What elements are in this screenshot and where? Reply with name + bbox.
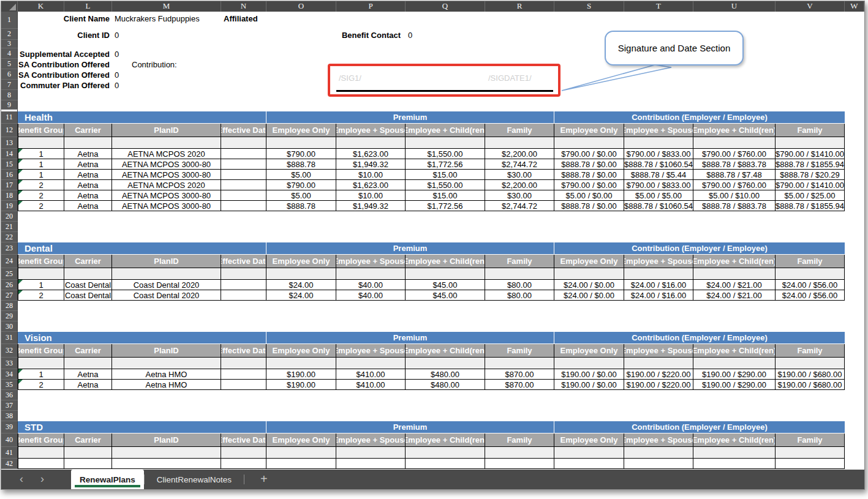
row-number-4[interactable]: 4 xyxy=(1,48,18,59)
cell[interactable]: $24.00 / $21.00 xyxy=(693,290,776,301)
cell[interactable] xyxy=(221,369,266,380)
contribution-label[interactable]: Contribution: xyxy=(132,60,177,69)
cell[interactable]: $888.78 xyxy=(266,159,336,170)
cell[interactable] xyxy=(221,380,266,390)
column-header-cell[interactable]: Employee + Child(ren) xyxy=(693,124,776,137)
column-header-cell[interactable]: Family xyxy=(776,255,845,268)
column-header-R[interactable]: R xyxy=(485,1,554,12)
cell[interactable] xyxy=(221,290,266,301)
cell[interactable] xyxy=(693,447,776,459)
row-number-15[interactable]: 15 xyxy=(1,159,18,170)
row-number-17[interactable]: 17 xyxy=(1,180,18,190)
cell[interactable]: AETNA MCPOS 3000-80 xyxy=(112,159,221,170)
column-header-L[interactable]: L xyxy=(64,1,112,12)
cell[interactable] xyxy=(266,358,336,369)
benefit-contact-value[interactable]: 0 xyxy=(408,31,412,40)
row-number-42[interactable]: 42 xyxy=(1,459,18,469)
cell[interactable]: AETNA MCPOS 3000-80 xyxy=(112,201,221,211)
cell[interactable]: $24.00 / $16.00 xyxy=(624,290,693,301)
cell[interactable] xyxy=(266,459,336,469)
cell[interactable] xyxy=(624,358,693,369)
cell[interactable]: $24.00 / $56.00 xyxy=(776,280,845,290)
client-id-label[interactable]: Client ID xyxy=(18,31,110,40)
signature-highlight-box[interactable]: /SIG1/ /SIGDATE1/ xyxy=(328,64,560,97)
column-header-cell[interactable]: Employee Only xyxy=(554,433,624,447)
cell[interactable]: $870.00 xyxy=(485,369,554,380)
premium-header[interactable]: Premium xyxy=(266,111,554,124)
column-header-cell[interactable]: PlanID xyxy=(112,344,221,358)
commuter-plan-offered-label[interactable]: Commuter Plan Offered xyxy=(18,81,110,90)
supplemental-accepted-label[interactable]: Supplemental Accepted xyxy=(18,50,110,59)
cell[interactable]: $190.00 xyxy=(266,369,336,380)
cell[interactable]: Aetna xyxy=(64,369,112,380)
cell[interactable]: Aetna xyxy=(64,159,112,170)
premium-header[interactable]: Premium xyxy=(266,421,554,433)
cell[interactable]: $5.00 / $10.00 xyxy=(693,190,776,201)
column-header-U[interactable]: U xyxy=(693,1,776,12)
cell[interactable] xyxy=(266,447,336,459)
cell[interactable]: $190.00 / $0.00 xyxy=(554,380,624,390)
cell[interactable] xyxy=(221,149,266,159)
cell[interactable] xyxy=(112,447,221,459)
column-header-cell[interactable]: Employee Only xyxy=(266,433,336,447)
row-number-1[interactable]: 1 xyxy=(1,12,18,29)
cell[interactable] xyxy=(266,268,336,280)
column-header-cell[interactable]: Employee + Spouse xyxy=(624,344,693,358)
cell[interactable]: $888.78 / $5.44 xyxy=(624,170,693,180)
row-number-8[interactable]: 8 xyxy=(1,90,18,100)
column-header-cell[interactable]: Carrier xyxy=(64,433,112,447)
column-header-K[interactable]: K xyxy=(18,1,64,12)
column-header-cell[interactable]: Family xyxy=(776,344,845,358)
row-number-40[interactable]: 40 xyxy=(1,433,18,447)
cell[interactable]: $888.78 / $0.00 xyxy=(554,201,624,211)
cell[interactable]: $888.78 / $0.00 xyxy=(554,159,624,170)
cell[interactable]: $1,623.00 xyxy=(336,180,406,190)
cell[interactable]: Aetna xyxy=(64,180,112,190)
cell[interactable]: $24.00 / $0.00 xyxy=(554,290,624,301)
cell[interactable]: $5.00 xyxy=(266,170,336,180)
contribution-header[interactable]: Contribution (Employer / Employee) xyxy=(554,421,845,433)
cell[interactable] xyxy=(336,268,406,280)
column-header-cell[interactable]: Employee + Spouse xyxy=(336,124,406,137)
column-header-O[interactable]: O xyxy=(266,1,336,12)
contribution-header[interactable]: Contribution (Employer / Employee) xyxy=(554,111,845,124)
row-number-13[interactable]: 13 xyxy=(1,137,18,149)
cell[interactable] xyxy=(624,137,693,149)
row-number-32[interactable]: 32 xyxy=(1,344,18,358)
row-number-26[interactable]: 26 xyxy=(1,280,18,290)
cell[interactable]: $410.00 xyxy=(336,380,406,390)
row-number-23[interactable]: 23 xyxy=(1,242,18,255)
cell[interactable] xyxy=(336,459,406,469)
supplemental-accepted-value[interactable]: 0 xyxy=(115,50,119,59)
column-header-cell[interactable]: Employee + Child(ren) xyxy=(693,344,776,358)
add-sheet-button[interactable]: + xyxy=(260,470,268,489)
cell[interactable]: $480.00 xyxy=(406,369,485,380)
row-number-16[interactable]: 16 xyxy=(1,170,18,180)
cell[interactable] xyxy=(64,268,112,280)
cell[interactable]: $790.00 / $1410.00 xyxy=(776,149,845,159)
row-number-7[interactable]: 7 xyxy=(1,80,18,90)
row-number-19[interactable]: 19 xyxy=(1,201,18,211)
row-number-25[interactable]: 25 xyxy=(1,268,18,280)
cell[interactable] xyxy=(406,137,485,149)
cell[interactable]: $190.00 / $0.00 xyxy=(554,369,624,380)
contribution-header[interactable]: Contribution (Employer / Employee) xyxy=(554,242,845,255)
row-number-5[interactable]: 5 xyxy=(1,59,18,69)
cell[interactable]: $790.00 / $0.00 xyxy=(554,180,624,190)
cell[interactable] xyxy=(64,447,112,459)
cell[interactable]: $24.00 xyxy=(266,290,336,301)
cell[interactable] xyxy=(406,447,485,459)
cell[interactable]: $790.00 / $833.00 xyxy=(624,149,693,159)
row-number-30[interactable]: 30 xyxy=(1,321,18,332)
select-all-corner[interactable] xyxy=(1,1,18,12)
cell[interactable]: AETNA MCPOS 3000-80 xyxy=(112,170,221,180)
cell[interactable]: 2 xyxy=(18,190,64,201)
cell[interactable]: $40.00 xyxy=(336,290,406,301)
cell[interactable]: $888.78 / $883.78 xyxy=(693,159,776,170)
row-number-31[interactable]: 31 xyxy=(1,332,18,344)
cell[interactable] xyxy=(485,459,554,469)
client-name-label[interactable]: Client Name xyxy=(18,14,110,23)
cell[interactable]: $24.00 / $0.00 xyxy=(554,280,624,290)
cell[interactable] xyxy=(112,358,221,369)
cell[interactable] xyxy=(624,447,693,459)
